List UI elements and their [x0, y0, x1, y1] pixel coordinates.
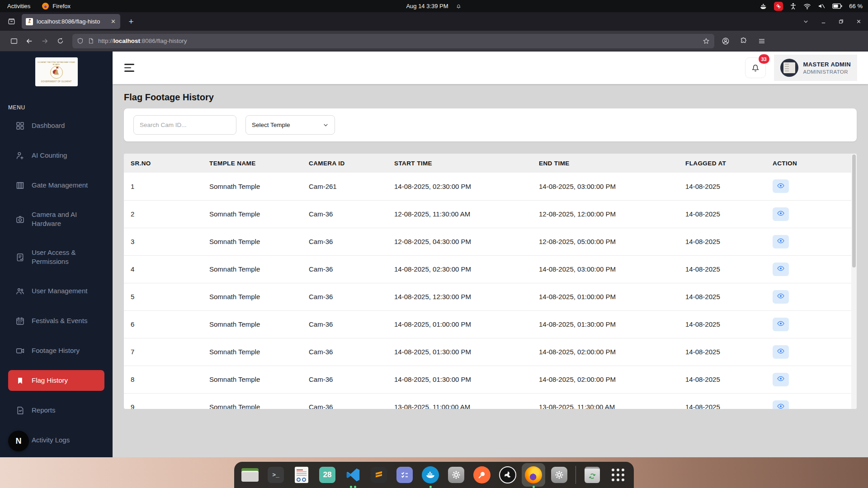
table-cell: Cam-36 — [309, 255, 394, 283]
new-tab-button[interactable]: + — [125, 15, 137, 28]
sidebar-item-festivals-events[interactable]: Festivals & Events — [8, 310, 104, 331]
flag-icon — [15, 375, 25, 385]
sidebar-item-label: User Access & Permissions — [32, 248, 102, 266]
dock-docker-icon[interactable] — [421, 465, 440, 484]
table-row: 1Somnath TempleCam-26114-08-2025, 02:30:… — [124, 173, 851, 200]
view-footage-button[interactable] — [773, 400, 789, 409]
column-header: CAMERA ID — [309, 154, 394, 173]
sidebar-item-label: AI Counting — [32, 151, 67, 160]
shield-icon[interactable] — [77, 38, 84, 44]
dock-files-icon[interactable] — [241, 465, 259, 484]
desktop: Activities Firefox Aug 14 3:39 PM 66 % — [0, 0, 868, 488]
dock-app-grid-icon[interactable] — [609, 465, 627, 484]
sidebar-item-dashboard[interactable]: Dashboard — [8, 115, 104, 136]
search-cam-id-input[interactable] — [133, 115, 236, 135]
dock-tasks-icon[interactable] — [395, 465, 414, 484]
system-tray[interactable]: 66 % — [759, 2, 868, 11]
running-indicator-dot — [354, 486, 356, 488]
floating-n-badge[interactable]: N — [8, 431, 29, 451]
sidebar-item-reports[interactable]: Reports — [8, 400, 104, 421]
sidebar-item-label: Flag History — [32, 376, 68, 385]
view-footage-button[interactable] — [773, 263, 789, 276]
menu-toggle-icon[interactable] — [124, 64, 134, 72]
dock-settings2-icon[interactable] — [550, 465, 569, 484]
dock-document-viewer-icon[interactable] — [292, 465, 311, 484]
bookmark-star-icon[interactable] — [703, 38, 710, 45]
app-menu-icon[interactable] — [758, 37, 766, 45]
tab-list-chevron-icon[interactable] — [803, 19, 809, 24]
table-cell: 14-08-2025, 01:00:00 PM — [394, 310, 539, 338]
browser-tab[interactable]: localhost:8086/flag-histo ✕ — [22, 14, 120, 29]
activities-button[interactable]: Activities — [7, 3, 30, 9]
account-icon[interactable] — [722, 37, 730, 45]
table-cell: Somnath Temple — [209, 200, 309, 228]
table-cell: Cam-36 — [309, 228, 394, 255]
table-cell: Cam-261 — [309, 173, 394, 200]
gnome-top-bar: Activities Firefox Aug 14 3:39 PM 66 % — [0, 0, 868, 12]
view-footage-button[interactable] — [773, 373, 789, 386]
dashboard-icon — [15, 121, 25, 131]
action-cell — [773, 228, 851, 255]
reload-button[interactable] — [52, 34, 68, 48]
page-info-icon[interactable] — [88, 38, 94, 44]
table-cell: 14-08-2025 — [685, 255, 773, 283]
view-footage-button[interactable] — [773, 235, 789, 249]
dock-trash-icon[interactable] — [583, 465, 602, 484]
dock-terminal-icon[interactable]: >_ — [266, 465, 285, 484]
window-restore-button[interactable] — [838, 19, 844, 24]
sidebar-item-user-access-permissions[interactable]: User Access & Permissions — [8, 243, 104, 272]
table-cell: 14-08-2025 — [685, 393, 773, 409]
url-bar[interactable]: http://localhost:8086/flag-history — [72, 34, 714, 48]
focused-app-menu[interactable]: Firefox — [42, 3, 71, 9]
sidebar-item-flag-history[interactable]: Flag History — [8, 370, 104, 391]
tab-title: localhost:8086/flag-histo — [37, 18, 106, 25]
view-footage-button[interactable] — [773, 318, 789, 331]
table-cell: 7 — [124, 338, 209, 366]
sidebar-item-ai-counting[interactable]: AI Counting — [8, 145, 104, 166]
table-row: 7Somnath TempleCam-3614-08-2025, 01:30:0… — [124, 338, 851, 366]
main-area: 33 MASTER ADMIN ADMINISTRATOR Flag Foota… — [113, 52, 868, 457]
table-cell: Somnath Temple — [209, 283, 309, 310]
scrollbar-thumb[interactable] — [852, 155, 856, 267]
table-cell: 14-08-2025, 12:30:00 PM — [394, 283, 539, 310]
dock-sublime-icon[interactable] — [369, 465, 388, 484]
view-footage-button[interactable] — [773, 290, 789, 304]
dock-postman-icon[interactable] — [472, 465, 491, 484]
table-body: 1Somnath TempleCam-26114-08-2025, 02:30:… — [124, 173, 851, 409]
table-header-row: SR.NOTEMPLE NAMECAMERA IDSTART TIMEEND T… — [124, 154, 851, 173]
sidebar-item-camera-ai-hardware[interactable]: Camera and AI Hardware — [8, 205, 104, 234]
table-cell: 14-08-2025, 01:30:00 PM — [394, 338, 539, 366]
view-footage-button[interactable] — [773, 207, 789, 221]
table-scrollbar[interactable] — [851, 154, 857, 409]
temple-select[interactable]: Select Temple — [245, 115, 335, 135]
sidebar-toggle-icon[interactable] — [6, 34, 22, 48]
action-cell — [773, 200, 851, 228]
notifications-button[interactable]: 33 — [745, 57, 766, 78]
clock-menu[interactable]: Aug 14 3:39 PM — [406, 3, 462, 9]
eye-icon — [777, 375, 784, 383]
back-button[interactable] — [22, 34, 37, 48]
view-footage-button[interactable] — [773, 179, 789, 193]
dock-calendar-icon[interactable]: 28 — [318, 465, 337, 484]
window-close-button[interactable] — [856, 19, 862, 24]
dock-vscode-icon[interactable] — [344, 465, 363, 484]
table-cell: 14-08-2025 — [685, 228, 773, 255]
view-footage-button[interactable] — [773, 345, 789, 359]
dock-firefox-icon[interactable] — [524, 465, 543, 484]
window-minimize-button[interactable] — [821, 19, 826, 24]
sidebar-item-user-management[interactable]: User Management — [8, 281, 104, 301]
sidebar-item-footage-history[interactable]: Footage History — [8, 340, 104, 361]
action-cell — [773, 310, 851, 338]
dock-settings-icon[interactable] — [447, 465, 466, 484]
sidebar-item-label: Dashboard — [32, 121, 65, 130]
dock-separator — [576, 466, 576, 484]
screen-record-indicator-icon — [774, 2, 783, 11]
extensions-icon[interactable] — [740, 37, 748, 45]
forward-button[interactable] — [37, 34, 52, 48]
sidebar-item-gate-management[interactable]: Gate Management — [8, 175, 104, 196]
window-list-icon[interactable] — [7, 17, 16, 26]
table-cell: 14-08-2025 — [685, 283, 773, 310]
user-menu[interactable]: MASTER ADMIN ADMINISTRATOR — [774, 55, 857, 81]
dock-obs-icon[interactable] — [498, 465, 517, 484]
tab-close-icon[interactable]: ✕ — [110, 18, 117, 25]
